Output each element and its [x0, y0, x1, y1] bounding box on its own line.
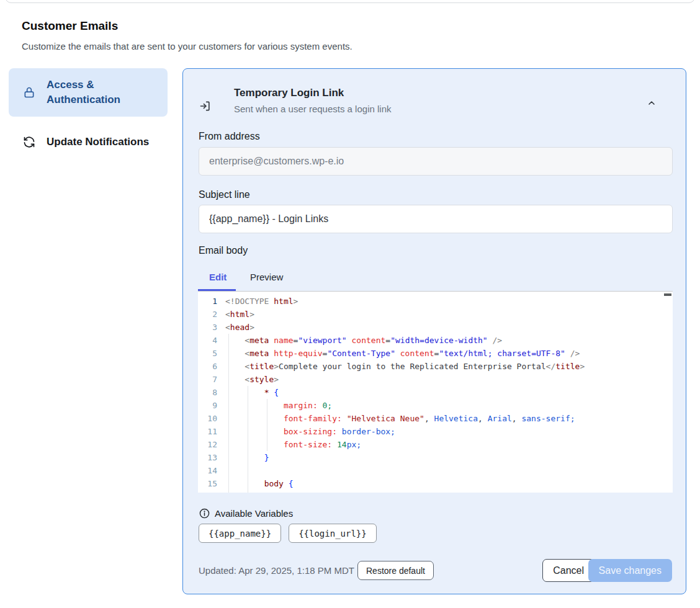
- sidebar-item-update-notifications[interactable]: Update Notifications: [9, 126, 168, 158]
- previous-card-edge: [5, 0, 695, 3]
- line-number: 16: [198, 490, 225, 493]
- available-variables-row: Available Variables: [199, 508, 293, 519]
- code-line: 4 <meta name="viewport" content="width=d…: [198, 334, 673, 347]
- code-line: 10 font-family: "Helvetica Neue", Helvet…: [198, 412, 673, 425]
- code-line: 5 <meta http-equiv="Content-Type" conten…: [198, 347, 673, 360]
- line-number: 5: [198, 347, 225, 360]
- code-line: 16 background-color: #ffffff;: [198, 490, 673, 493]
- line-number: 10: [198, 412, 225, 425]
- line-number: 13: [198, 451, 225, 464]
- line-number: 2: [198, 308, 225, 321]
- info-icon: [199, 508, 210, 519]
- email-body-code-editor[interactable]: 1<!DOCTYPE html>2<html>3<head>4 <meta na…: [198, 291, 673, 493]
- refresh-icon: [22, 135, 36, 149]
- code-line: 2<html>: [198, 308, 673, 321]
- code-line: 6 <title>Complete your login to the Repl…: [198, 360, 673, 373]
- email-types-sidebar: Access & Authentication Update Notificat…: [9, 68, 168, 158]
- panel-subtitle: Sent when a user requests a login link: [234, 104, 391, 114]
- code-line: 7 <style>: [198, 373, 673, 386]
- login-arrow-icon: [199, 100, 212, 115]
- save-changes-button[interactable]: Save changes: [588, 559, 672, 582]
- vertical-scrollbar-thumb[interactable]: [664, 293, 671, 296]
- code-line: 14: [198, 464, 673, 477]
- page-title: Customer Emails: [22, 19, 118, 33]
- code-line: 1<!DOCTYPE html>: [198, 295, 673, 308]
- from-address-input[interactable]: [199, 147, 673, 176]
- active-tab-underline: [198, 289, 236, 291]
- code-line: 11 box-sizing: border-box;: [198, 425, 673, 438]
- subject-line-input[interactable]: [199, 205, 673, 233]
- code-line: 9 margin: 0;: [198, 399, 673, 412]
- chevron-up-icon[interactable]: [644, 96, 659, 110]
- from-address-label: From address: [199, 131, 260, 142]
- available-variables-label: Available Variables: [215, 508, 293, 519]
- line-number: 11: [198, 425, 225, 438]
- sidebar-item-label: Access & Authentication: [47, 78, 161, 107]
- subject-line-label: Subject line: [199, 189, 250, 200]
- line-number: 6: [198, 360, 225, 373]
- line-number: 1: [198, 295, 225, 308]
- line-number: 8: [198, 386, 225, 399]
- line-number: 9: [198, 399, 225, 412]
- cancel-button[interactable]: Cancel: [542, 559, 595, 582]
- variable-chip-app-name[interactable]: {{app_name}}: [199, 524, 281, 543]
- restore-default-button[interactable]: Restore default: [357, 561, 434, 580]
- line-number: 3: [198, 321, 225, 334]
- tab-edit[interactable]: Edit: [209, 272, 227, 282]
- panel-header: Temporary Login Link Sent when a user re…: [199, 86, 670, 118]
- line-number: 14: [198, 464, 225, 477]
- sidebar-item-label: Update Notifications: [47, 135, 149, 150]
- sidebar-item-access-authentication[interactable]: Access & Authentication: [9, 68, 168, 117]
- line-number: 15: [198, 477, 225, 490]
- variable-chip-login-url[interactable]: {{login_url}}: [289, 524, 377, 543]
- code-line: 3<head>: [198, 321, 673, 334]
- line-number: 7: [198, 373, 225, 386]
- updated-timestamp: Updated: Apr 29, 2025, 1:18 PM MDT: [199, 565, 354, 576]
- panel-title: Temporary Login Link: [234, 87, 344, 99]
- line-number: 12: [198, 438, 225, 451]
- variable-chips: {{app_name}} {{login_url}}: [199, 524, 377, 543]
- code-editor-lines: 1<!DOCTYPE html>2<html>3<head>4 <meta na…: [198, 295, 673, 493]
- code-line: 12 font-size: 14px;: [198, 438, 673, 451]
- code-line: 15 body {: [198, 477, 673, 490]
- lock-icon: [22, 86, 36, 99]
- code-line: 13 }: [198, 451, 673, 464]
- temporary-login-link-panel: Temporary Login Link Sent when a user re…: [182, 68, 686, 594]
- email-body-label: Email body: [199, 245, 248, 256]
- page-subtitle: Customize the emails that are sent to yo…: [22, 41, 352, 51]
- line-number: 4: [198, 334, 225, 347]
- code-line: 8 * {: [198, 386, 673, 399]
- tab-preview[interactable]: Preview: [250, 272, 283, 282]
